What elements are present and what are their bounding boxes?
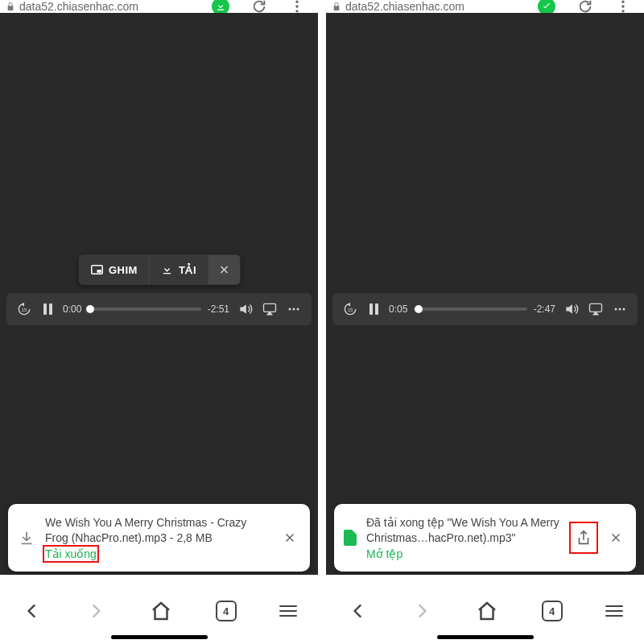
download-card: Đã tải xong tệp "We Wish You A Merry Chr… — [334, 504, 636, 572]
browser-toprow: data52.chiasenhac.com — [326, 0, 644, 13]
download-text: Đã tải xong tệp "We Wish You A Merry Chr… — [366, 515, 562, 560]
seek-knob[interactable] — [86, 305, 94, 313]
nav-home-button[interactable] — [475, 599, 499, 623]
bottom-nav: 4 — [326, 575, 644, 644]
svg-point-11 — [621, 5, 624, 7]
lock-icon — [332, 2, 341, 11]
pip-label: GHIM — [109, 264, 138, 276]
nav-tabs-button[interactable]: 4 — [542, 601, 563, 621]
download-close-button[interactable] — [605, 527, 626, 548]
pause-button[interactable] — [40, 303, 55, 315]
svg-point-0 — [295, 1, 298, 3]
download-card: We Wish You A Merry Christmas - Crazy Fr… — [8, 504, 310, 572]
open-file-link[interactable]: Mở tệp — [366, 547, 402, 560]
svg-point-16 — [619, 308, 621, 311]
close-icon — [217, 263, 230, 276]
file-icon — [344, 530, 357, 546]
phone-left: data52.chiasenhac.com GHIM TẢI — [0, 0, 318, 644]
svg-text:15: 15 — [348, 308, 353, 312]
bottom-nav: 4 — [0, 575, 318, 644]
home-indicator — [111, 635, 208, 639]
seek-knob[interactable] — [415, 305, 423, 313]
address-url[interactable]: data52.chiasenhac.com — [19, 0, 212, 13]
volume-icon[interactable] — [237, 301, 254, 317]
pip-icon — [89, 262, 104, 277]
nav-tabs-button[interactable]: 4 — [216, 601, 237, 621]
more-icon[interactable] — [286, 301, 302, 317]
volume-icon[interactable] — [564, 301, 580, 317]
seek-track[interactable] — [414, 308, 526, 311]
time-remaining: -2:47 — [534, 303, 555, 315]
svg-rect-6 — [264, 303, 276, 312]
nav-forward-button — [85, 601, 106, 621]
nav-forward-button — [411, 601, 432, 621]
home-indicator — [437, 635, 534, 639]
nav-menu-button[interactable] — [279, 605, 297, 617]
lock-icon — [6, 2, 14, 11]
svg-point-15 — [615, 308, 617, 311]
tab-count: 4 — [223, 605, 229, 617]
svg-point-12 — [621, 10, 624, 12]
page-content: 15 0:05 -2:47 Đã tải — [326, 13, 644, 575]
share-icon — [575, 529, 592, 547]
airplay-icon[interactable] — [588, 301, 604, 317]
phone-right: data52.chiasenhac.com 15 0:05 — [326, 0, 644, 644]
svg-point-2 — [295, 10, 298, 12]
browser-toprow: data52.chiasenhac.com — [0, 0, 318, 13]
download-arrow-icon — [18, 529, 35, 547]
media-player: 15 0:05 -2:47 — [332, 293, 638, 325]
svg-rect-4 — [97, 270, 101, 273]
download-title: We Wish You A Merry Christmas - Crazy Fr… — [45, 515, 270, 546]
svg-text:15: 15 — [22, 308, 27, 312]
svg-point-9 — [297, 308, 299, 311]
svg-point-8 — [293, 308, 295, 311]
nav-menu-button[interactable] — [605, 605, 623, 617]
address-url[interactable]: data52.chiasenhac.com — [345, 0, 538, 13]
timeline: 0:00 -2:51 — [63, 303, 229, 315]
download-pill-button[interactable]: TẢI — [149, 255, 208, 284]
timeline: 0:05 -2:47 — [389, 303, 555, 315]
nav-home-button[interactable] — [149, 599, 173, 623]
pill-close-button[interactable] — [208, 255, 240, 284]
download-icon — [161, 263, 174, 276]
pause-button[interactable] — [366, 303, 381, 315]
download-close-button[interactable] — [279, 527, 300, 548]
pip-button[interactable]: GHIM — [78, 254, 149, 285]
time-current: 0:00 — [63, 303, 81, 315]
tab-count: 4 — [549, 605, 555, 617]
page-content: GHIM TẢI 15 0:00 -2:51 — [0, 13, 318, 575]
time-current: 0:05 — [389, 303, 407, 315]
media-pill: GHIM TẢI — [78, 254, 240, 285]
svg-point-7 — [289, 308, 291, 311]
svg-point-10 — [621, 1, 624, 3]
rewind-15-icon[interactable]: 15 — [342, 301, 358, 317]
media-player: 15 0:00 -2:51 — [6, 293, 312, 325]
download-text: We Wish You A Merry Christmas - Crazy Fr… — [45, 515, 270, 560]
svg-point-1 — [295, 5, 298, 7]
download-action-link[interactable]: Tải xuống — [45, 547, 97, 560]
svg-point-17 — [623, 308, 625, 311]
airplay-icon[interactable] — [262, 301, 278, 317]
share-button[interactable] — [572, 524, 596, 551]
svg-rect-14 — [590, 303, 602, 312]
download-title: Đã tải xong tệp "We Wish You A Merry Chr… — [366, 515, 562, 546]
time-remaining: -2:51 — [208, 303, 229, 315]
nav-back-button[interactable] — [22, 601, 43, 621]
rewind-15-icon[interactable]: 15 — [16, 301, 32, 317]
more-icon[interactable] — [612, 301, 628, 317]
download-pill-label: TẢI — [179, 264, 196, 276]
seek-track[interactable] — [88, 308, 200, 311]
nav-back-button[interactable] — [348, 601, 369, 621]
